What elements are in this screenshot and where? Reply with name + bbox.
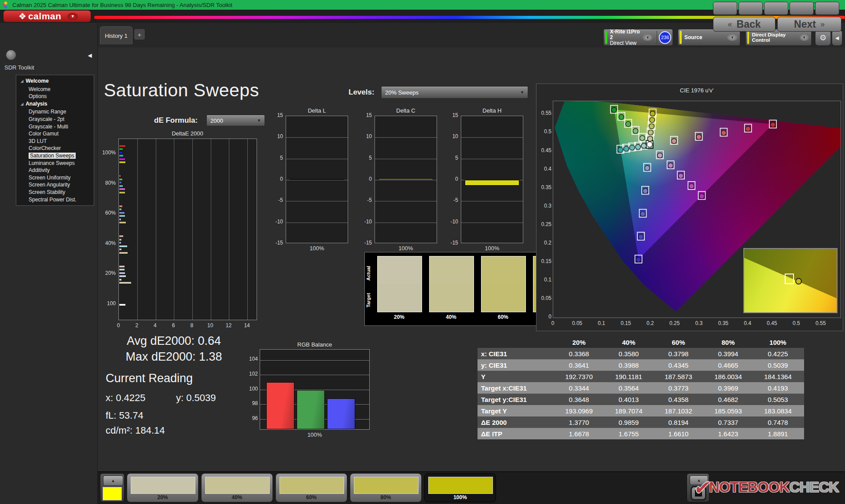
table-cell: 1.8891 bbox=[753, 430, 803, 438]
toolbar-button-2[interactable] bbox=[738, 2, 763, 15]
cie-y-tick: 0.4 bbox=[537, 166, 551, 172]
pattern-button-60%[interactable]: 60% bbox=[276, 473, 347, 502]
sidebar-item-colorchecker[interactable]: ColorChecker bbox=[16, 145, 94, 152]
tab-history-1[interactable]: History 1 bbox=[100, 26, 132, 44]
sidebar-item-spectral-power-dist-[interactable]: Spectral Power Dist. bbox=[16, 196, 94, 204]
pattern-scroll-up-button[interactable]: ▲ bbox=[103, 475, 123, 486]
sidebar-item-grayscale-multi[interactable]: Grayscale - Multi bbox=[16, 123, 94, 131]
table-cell: 185.0593 bbox=[703, 407, 753, 415]
sidebar-item-screen-stability[interactable]: Screen Stability bbox=[16, 189, 94, 196]
swatch-actual bbox=[481, 256, 525, 284]
meter-dropdown[interactable]: X-Rite i1Pro 2 Direct View ▼ 236 bbox=[603, 29, 673, 46]
cie-x-tick: 0.2 bbox=[643, 320, 657, 326]
source-status-stripe bbox=[680, 31, 682, 44]
tree-item-label: Screen Uniformity bbox=[29, 175, 70, 181]
toolbar-button-4[interactable] bbox=[790, 2, 814, 15]
cie-measured-point bbox=[640, 212, 646, 217]
de-bar bbox=[119, 148, 123, 150]
current-pattern-patch bbox=[103, 487, 122, 500]
y-tick-label: -10 bbox=[357, 219, 372, 225]
sidebar-item-dynamic-range[interactable]: Dynamic Range bbox=[16, 108, 94, 116]
sidebar-item-screen-angularity[interactable]: Screen Angularity bbox=[16, 181, 94, 189]
y-tick-label: -15 bbox=[357, 240, 372, 246]
cie-measured-point bbox=[721, 130, 727, 135]
toolbar-button-3[interactable] bbox=[764, 2, 788, 15]
sidebar-item-options[interactable]: Options bbox=[16, 93, 94, 100]
pattern-swatch bbox=[205, 477, 270, 494]
table-cell: 184.1364 bbox=[753, 373, 803, 380]
deltae2000-chart bbox=[118, 139, 257, 320]
de-formula-dropdown[interactable]: 2000 ▼ bbox=[206, 115, 265, 126]
topbar-collapse-button[interactable]: ◀ bbox=[832, 30, 842, 46]
pattern-button-20%[interactable]: 20% bbox=[127, 473, 198, 502]
y-tick-label: 5 bbox=[443, 155, 458, 161]
swatch-percent-label: 40% bbox=[429, 314, 473, 320]
sidebar-item-additivity[interactable]: Additivity bbox=[16, 167, 94, 174]
table-cell: 192.7370 bbox=[554, 373, 604, 380]
swatch-target bbox=[378, 284, 422, 312]
y-tick-label: -10 bbox=[443, 219, 458, 225]
tree-item-label: Saturation Sweeps bbox=[29, 153, 76, 159]
gridline bbox=[137, 139, 138, 320]
expander-icon[interactable]: ◢ bbox=[21, 101, 23, 108]
cie-x-tick: 0.35 bbox=[716, 320, 730, 326]
meter-count-badge[interactable]: 236 bbox=[659, 31, 671, 44]
sidebar-item-saturation-sweeps[interactable]: Saturation Sweeps bbox=[16, 152, 94, 160]
toolbar-button-5[interactable] bbox=[815, 2, 839, 15]
add-tab-button[interactable]: + bbox=[134, 29, 145, 40]
session-up-button[interactable]: ▲ bbox=[690, 475, 708, 485]
sidebar-dot-button[interactable] bbox=[6, 50, 16, 60]
row-label: Target x:CIE31 bbox=[478, 384, 554, 392]
settings-gear-button[interactable]: ⚙ bbox=[815, 30, 831, 46]
de-bar bbox=[119, 161, 126, 164]
swatch-60% bbox=[481, 256, 526, 312]
pattern-swatch bbox=[428, 477, 493, 494]
gridline bbox=[375, 223, 437, 223]
sidebar-collapse-button[interactable]: ◀ bbox=[86, 51, 93, 60]
x-tick-label: 14 bbox=[243, 322, 250, 329]
table-cell: 1.6423 bbox=[703, 430, 753, 438]
x-tick-label: 10 bbox=[207, 322, 214, 329]
sidebar-item-welcome[interactable]: ◢Welcome bbox=[16, 77, 94, 86]
delta_h-title: Delta H bbox=[482, 107, 501, 114]
back-button[interactable]: « Back bbox=[713, 17, 775, 32]
x-tick-label: 12 bbox=[225, 322, 232, 329]
group-label: 80% bbox=[95, 180, 116, 186]
cie-measured-point bbox=[689, 184, 694, 189]
cie-y-tick: 0.45 bbox=[537, 147, 551, 153]
pattern-button-80%[interactable]: 80% bbox=[350, 473, 422, 502]
y-tick-label: 104 bbox=[245, 356, 258, 362]
sidebar-item-luminance-sweeps[interactable]: Luminance Sweeps bbox=[16, 160, 94, 167]
table-cell: 0.4682 bbox=[703, 396, 753, 403]
cie-measured-point bbox=[672, 139, 677, 144]
toolbar-button-1[interactable] bbox=[713, 2, 737, 15]
table-cell: 0.4358 bbox=[654, 396, 703, 403]
gridline bbox=[461, 137, 523, 138]
sidebar-item-color-gamut[interactable]: Color Gamut bbox=[16, 130, 94, 138]
sidebar-item-analysis[interactable]: ◢Analysis bbox=[16, 100, 94, 109]
y-tick-label: 15 bbox=[357, 112, 372, 118]
cie-measured-point bbox=[624, 146, 629, 152]
levels-dropdown[interactable]: 20% Sweeps ▼ bbox=[381, 86, 528, 99]
table-row: Target y:CIE310.36480.40130.43580.46820.… bbox=[478, 394, 804, 405]
cie-measured-point bbox=[636, 257, 641, 263]
display-control-label: Direct Display Control bbox=[752, 32, 799, 43]
sidebar-item-screen-uniformity[interactable]: Screen Uniformity bbox=[16, 174, 94, 182]
collapse-left-icon: ◀ bbox=[835, 35, 839, 41]
avg-de2000-stat: Avg dE2000: 0.64 bbox=[110, 334, 238, 348]
pattern-button-100%[interactable]: 100% bbox=[424, 473, 496, 502]
sidebar-item-welcome[interactable]: Welcome bbox=[16, 86, 94, 93]
calman-menu-button[interactable]: ❖ calman ▼ bbox=[4, 11, 91, 22]
stop-button[interactable] bbox=[691, 486, 706, 500]
table-row: Y192.7370190.1181187.5873186.0034184.136… bbox=[478, 371, 804, 382]
cie-measured-point bbox=[612, 107, 617, 113]
cie-measured-point bbox=[633, 128, 638, 134]
sidebar-item-3d-lut[interactable]: 3D LUT bbox=[16, 138, 94, 145]
sidebar-item-grayscale-2pt[interactable]: Grayscale - 2pt bbox=[16, 116, 94, 123]
gridline bbox=[461, 223, 523, 223]
cie-measured-point bbox=[619, 114, 624, 120]
rgb-balance-chart-title: RGB Balance bbox=[298, 341, 332, 348]
pattern-button-40%[interactable]: 40% bbox=[201, 473, 273, 502]
next-button[interactable]: Next » bbox=[777, 17, 841, 32]
expander-icon[interactable]: ◢ bbox=[21, 78, 23, 85]
